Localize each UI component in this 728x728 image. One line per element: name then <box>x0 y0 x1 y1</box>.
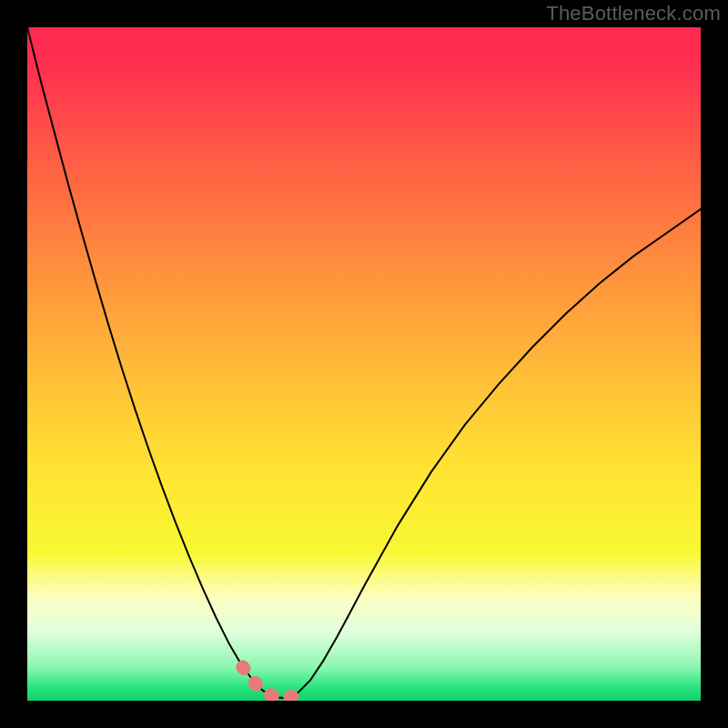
plot-area <box>27 27 701 701</box>
gradient-background <box>27 27 701 701</box>
chart-svg <box>27 27 701 701</box>
chart-frame: TheBottleneck.com <box>0 0 728 728</box>
watermark-text: TheBottleneck.com <box>546 2 721 25</box>
